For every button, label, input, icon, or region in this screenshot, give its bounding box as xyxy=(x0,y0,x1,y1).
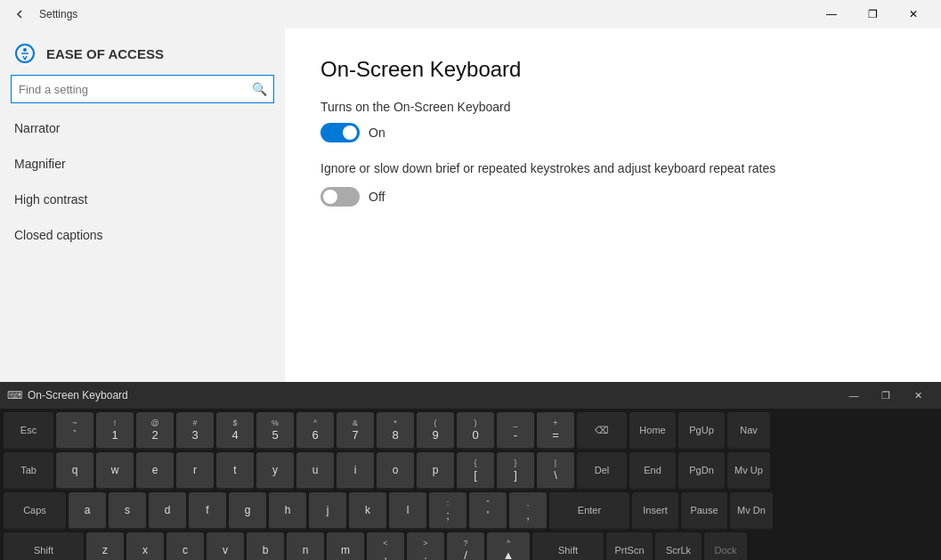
keyboard-row-1: Esc ~` !1 @2 #3 $4 %5 ^6 &7 *8 (9 )0 _- … xyxy=(4,412,937,450)
key-g[interactable]: g xyxy=(229,492,266,530)
key-f[interactable]: f xyxy=(189,492,226,530)
key-y[interactable]: y xyxy=(256,452,294,490)
key-nav[interactable]: Nav xyxy=(727,412,770,450)
key-l[interactable]: l xyxy=(389,492,426,530)
key-end[interactable]: End xyxy=(629,452,676,490)
keyboard-toggle-row: On xyxy=(320,123,905,142)
window-title: Settings xyxy=(39,8,77,20)
osk-keyboard-icon: ⌨ xyxy=(7,389,22,402)
sidebar-item-narrator[interactable]: Narrator xyxy=(0,110,285,146)
key-quote[interactable]: "' xyxy=(469,492,507,530)
key-backslash[interactable]: |\ xyxy=(537,452,574,490)
key-5[interactable]: %5 xyxy=(256,412,294,450)
key-j[interactable]: j xyxy=(309,492,346,530)
osk-minimize-button[interactable]: — xyxy=(838,382,870,409)
key-backtick[interactable]: ~` xyxy=(56,412,93,450)
sidebar-item-high-contrast[interactable]: High contrast xyxy=(0,182,285,217)
search-input[interactable] xyxy=(11,75,274,103)
key-v[interactable]: v xyxy=(207,532,244,560)
key-semicolon[interactable]: :; xyxy=(429,492,466,530)
key-bracket-close[interactable]: }] xyxy=(497,452,534,490)
key-prtscn[interactable]: PrtScn xyxy=(606,532,653,560)
key-slash[interactable]: ?/ xyxy=(447,532,484,560)
key-c[interactable]: c xyxy=(166,532,204,560)
key-o[interactable]: o xyxy=(377,452,414,490)
toggle-state-label: On xyxy=(369,126,385,140)
key-w[interactable]: w xyxy=(96,452,134,490)
key-del[interactable]: Del xyxy=(577,452,627,490)
key-pause[interactable]: Pause xyxy=(681,492,727,530)
key-mv-up[interactable]: Mv Up xyxy=(727,452,770,490)
bottom-toggle[interactable] xyxy=(320,187,360,207)
key-backspace[interactable]: ⌫ xyxy=(577,412,627,450)
search-bar: 🔍 xyxy=(11,75,274,103)
key-esc[interactable]: Esc xyxy=(4,412,53,450)
search-icon: 🔍 xyxy=(252,82,267,96)
key-home[interactable]: Home xyxy=(629,412,676,450)
osk-close-button[interactable]: ✕ xyxy=(902,382,934,409)
key-s[interactable]: s xyxy=(109,492,146,530)
key-d[interactable]: d xyxy=(149,492,186,530)
sidebar-item-magnifier[interactable]: Magnifier xyxy=(0,146,285,182)
key-h[interactable]: h xyxy=(269,492,306,530)
key-2[interactable]: @2 xyxy=(136,412,174,450)
key-bracket-open[interactable]: {[ xyxy=(457,452,494,490)
key-period[interactable]: >. xyxy=(407,532,444,560)
close-button[interactable]: ✕ xyxy=(893,0,934,28)
key-caps[interactable]: Caps xyxy=(4,492,66,530)
key-8[interactable]: *8 xyxy=(377,412,414,450)
key-0[interactable]: )0 xyxy=(457,412,494,450)
key-e[interactable]: e xyxy=(136,452,174,490)
minimize-button[interactable]: — xyxy=(811,0,852,28)
osk-maximize-button[interactable]: ❐ xyxy=(870,382,902,409)
back-button[interactable] xyxy=(7,2,32,27)
key-insert[interactable]: Insert xyxy=(632,492,678,530)
osk-titlebar-controls: — ❐ ✕ xyxy=(838,382,934,409)
bottom-toggle-state-label: Off xyxy=(369,190,385,204)
key-9[interactable]: (9 xyxy=(417,412,454,450)
osk-titlebar-left: ⌨ On-Screen Keyboard xyxy=(7,389,128,402)
key-shift-left[interactable]: Shift xyxy=(4,532,84,560)
key-b[interactable]: b xyxy=(247,532,284,560)
key-4[interactable]: $4 xyxy=(216,412,254,450)
key-m[interactable]: m xyxy=(327,532,364,560)
key-pgdn[interactable]: PgDn xyxy=(678,452,725,490)
key-n[interactable]: n xyxy=(287,532,324,560)
key-enter[interactable]: Enter xyxy=(549,492,629,530)
window-controls: — ❐ ✕ xyxy=(811,0,934,28)
key-scrlk[interactable]: ScrLk xyxy=(655,532,702,560)
key-mv-dn[interactable]: Mv Dn xyxy=(730,492,773,530)
key-3[interactable]: #3 xyxy=(176,412,214,450)
key-r[interactable]: r xyxy=(176,452,214,490)
bottom-toggle-row: Off xyxy=(320,187,905,207)
svg-point-1 xyxy=(23,48,27,52)
key-dock[interactable]: Dock xyxy=(704,532,747,560)
maximize-button[interactable]: ❐ xyxy=(852,0,893,28)
key-comma[interactable]: <, xyxy=(367,532,404,560)
key-6[interactable]: ^6 xyxy=(296,412,334,450)
key-i[interactable]: i xyxy=(337,452,374,490)
keyboard: Esc ~` !1 @2 #3 $4 %5 ^6 &7 *8 (9 )0 _- … xyxy=(0,409,941,560)
sidebar-header: EASE OF ACCESS xyxy=(0,28,285,75)
key-x[interactable]: x xyxy=(126,532,164,560)
key-7[interactable]: &7 xyxy=(337,412,374,450)
key-comma2[interactable]: ,, xyxy=(509,492,547,530)
key-q[interactable]: q xyxy=(56,452,93,490)
key-1[interactable]: !1 xyxy=(96,412,134,450)
key-shift-right[interactable]: Shift xyxy=(532,532,604,560)
key-p[interactable]: p xyxy=(417,452,454,490)
key-z[interactable]: z xyxy=(86,532,124,560)
toggle-description: Turns on the On-Screen Keyboard xyxy=(320,100,905,114)
key-up-arrow-shift[interactable]: ^▲ xyxy=(487,532,530,560)
key-minus[interactable]: _- xyxy=(497,412,534,450)
sidebar-item-closed-captions[interactable]: Closed captions xyxy=(0,217,285,253)
key-u[interactable]: u xyxy=(296,452,334,490)
keyboard-toggle[interactable] xyxy=(320,123,360,142)
key-equals[interactable]: += xyxy=(537,412,574,450)
bottom-description: Ignore or slow down brief or repeated ke… xyxy=(320,160,905,178)
key-k[interactable]: k xyxy=(349,492,386,530)
key-tab[interactable]: Tab xyxy=(4,452,53,490)
key-pgup[interactable]: PgUp xyxy=(678,412,725,450)
key-a[interactable]: a xyxy=(69,492,106,530)
key-t[interactable]: t xyxy=(216,452,254,490)
